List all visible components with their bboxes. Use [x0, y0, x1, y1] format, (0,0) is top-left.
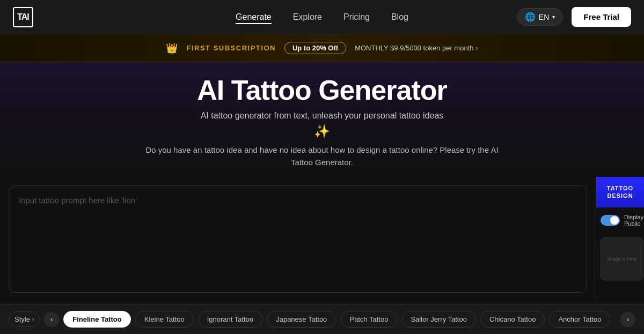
subscription-banner[interactable]: 👑 FIRST SUBSCRIPTION Up to 20% Off MONTH…	[0, 34, 644, 62]
hero-title: AI Tattoo Generator	[134, 75, 510, 106]
style-next-button[interactable]: ›	[620, 312, 635, 327]
style-prev-button[interactable]: ‹	[44, 312, 59, 327]
style-tag-japanese[interactable]: Japanese Tattoo	[267, 311, 336, 328]
style-tag-fineline[interactable]: Fineline Tattoo	[63, 311, 130, 328]
hero-section: AI Tattoo Generator AI tattoo generator …	[0, 62, 644, 177]
banner-desc: MONTHLY $9.9/5000 token per month ›	[355, 44, 478, 52]
content-row: TATTOODESIGN Display Public Image is her…	[0, 177, 644, 304]
chevron-down-icon: ▾	[552, 14, 555, 20]
globe-icon: 🌐	[525, 12, 536, 22]
nav-explore[interactable]: Explore	[293, 10, 322, 24]
banner-label: FIRST SUBSCRIPTION	[186, 44, 275, 52]
display-toggle: Display Public	[596, 207, 644, 233]
style-tag-ignorant[interactable]: Ignorant Tattoo	[198, 311, 263, 328]
nav-generate[interactable]: Generate	[236, 10, 272, 24]
display-public-label: Display Public	[624, 214, 643, 227]
nav-right: 🌐 EN ▾ Free Trial	[517, 7, 631, 27]
free-trial-button[interactable]: Free Trial	[572, 7, 631, 27]
prompt-textarea[interactable]	[9, 185, 587, 293]
sparkle-icon: ✨	[134, 124, 510, 139]
page-wrapper: TAI Generate Explore Pricing Blog 🌐 EN ▾…	[0, 0, 644, 334]
navbar: TAI Generate Explore Pricing Blog 🌐 EN ▾…	[0, 0, 644, 34]
nav-links: Generate Explore Pricing Blog	[236, 10, 408, 24]
arrow-icon: ›	[476, 44, 478, 52]
lang-label: EN	[539, 13, 549, 21]
style-text: Style	[14, 315, 30, 323]
style-tag-chicano[interactable]: Chicano Tattoo	[480, 311, 545, 328]
crown-icon: 👑	[166, 42, 178, 54]
style-tag-sailor-jerry[interactable]: Sailor Jerry Tattoo	[401, 311, 476, 328]
display-public-toggle[interactable]	[601, 215, 620, 226]
style-label-button[interactable]: Style ›	[9, 311, 40, 327]
hero-desc: Do you have an tattoo idea and have no i…	[134, 144, 510, 168]
preview-label: Image is here	[608, 256, 637, 262]
style-tags: Fineline Tattoo Kleine Tattoo Ignorant T…	[63, 311, 616, 328]
nav-pricing[interactable]: Pricing	[343, 10, 370, 24]
logo: TAI	[13, 7, 33, 27]
style-tag-patch[interactable]: Patch Tattoo	[340, 311, 397, 328]
banner-badge: Up to 20% Off	[284, 42, 346, 54]
style-tag-anchor[interactable]: Anchor Tattoo	[549, 311, 610, 328]
left-content	[0, 177, 596, 304]
hero-subtitle: AI tattoo generator from text, unleash y…	[134, 111, 510, 121]
style-bar: Style › ‹ Fineline Tattoo Kleine Tattoo …	[0, 304, 644, 334]
style-chevron-icon: ›	[32, 316, 34, 322]
nav-blog[interactable]: Blog	[391, 10, 408, 24]
hero-inner: AI Tattoo Generator AI tattoo generator …	[134, 75, 510, 168]
toggle-knob	[610, 216, 619, 225]
style-tag-kleine[interactable]: Kleine Tattoo	[135, 311, 194, 328]
tattoo-design-button[interactable]: TATTOODESIGN	[596, 177, 644, 207]
preview-box: Image is here	[601, 237, 643, 280]
tattoo-design-label: TATTOODESIGN	[607, 185, 633, 199]
right-panel: TATTOODESIGN Display Public Image is her…	[596, 177, 644, 304]
logo-icon: TAI	[13, 7, 33, 27]
language-selector[interactable]: 🌐 EN ▾	[517, 8, 563, 26]
